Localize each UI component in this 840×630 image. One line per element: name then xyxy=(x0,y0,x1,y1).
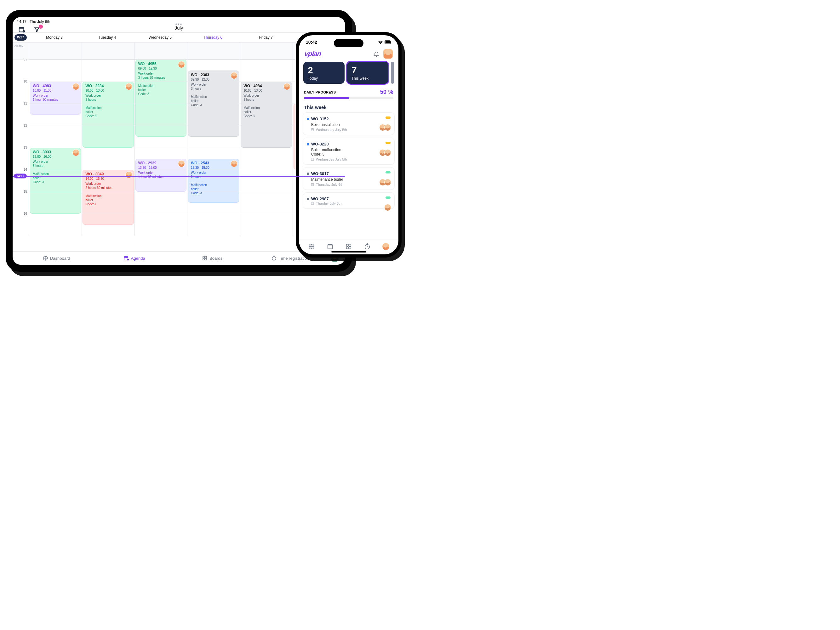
work-order-card[interactable]: WO-3220Boiler malfunctionCode: 3Wednesda… xyxy=(303,138,395,165)
assignee-avatar xyxy=(73,83,79,90)
priority-pill xyxy=(385,142,390,144)
grid-icon xyxy=(202,255,208,261)
calendar-event[interactable]: WO - 495509:00 - 12:30Work order3 hours … xyxy=(136,60,186,137)
stat-card[interactable]: 7This week xyxy=(347,62,388,84)
svg-rect-18 xyxy=(328,245,332,249)
month-header: ••• July xyxy=(13,25,345,32)
calendar-event[interactable]: WO - 254313:30 - 15:30Work order2 hours … xyxy=(188,159,239,203)
calendar-event[interactable]: WO - 223410:00 - 13:00Work order3 hours … xyxy=(82,82,134,148)
nav-globe[interactable] xyxy=(308,243,315,250)
allday-label: All day xyxy=(13,43,29,59)
tablet-clock: 14:17 xyxy=(17,19,27,24)
assignee-avatar xyxy=(283,83,291,90)
assignee-avatar xyxy=(231,160,237,167)
section-title: This week xyxy=(299,101,398,112)
svg-rect-6 xyxy=(205,256,207,258)
stat-card[interactable]: 2Today xyxy=(303,62,344,84)
assignee-avatar xyxy=(384,124,391,131)
assignee-avatar xyxy=(231,72,237,79)
nav-grid[interactable]: Boards xyxy=(175,255,250,261)
phone-screen: 10:42 vplan 2Today7This week DAILY PROGR… xyxy=(299,35,398,254)
svg-rect-22 xyxy=(349,247,351,249)
calendar-event[interactable]: WO - 498310:00 - 11:30Work order1 hour 3… xyxy=(30,82,81,115)
assignee-avatar xyxy=(125,83,132,90)
assignee-avatar xyxy=(384,204,391,211)
phone-user-avatar[interactable] xyxy=(383,49,393,58)
nav-globe[interactable]: Dashboard xyxy=(19,255,94,261)
daily-progress-section: DAILY PROGRESS 50 % xyxy=(299,84,398,101)
svg-rect-16 xyxy=(311,202,314,205)
priority-pill xyxy=(385,171,390,173)
stopwatch-icon xyxy=(271,255,277,261)
allday-row: All day xyxy=(13,43,345,60)
nav-calendar[interactable]: Agenda xyxy=(97,255,172,261)
svg-rect-8 xyxy=(205,258,207,260)
hour-label: 11 xyxy=(13,102,29,124)
battery-icon xyxy=(385,40,392,44)
hour-label: 14 xyxy=(13,168,29,190)
priority-pill xyxy=(385,117,390,119)
wifi-icon xyxy=(378,40,383,44)
svg-rect-11 xyxy=(385,41,390,43)
calendar-event[interactable]: WO - 304914:00 - 16:30Work order2 hours … xyxy=(82,170,134,225)
stat-cards-row: 2Today7This week xyxy=(299,62,398,84)
calendar-icon xyxy=(311,183,314,186)
calendar-event[interactable]: WO - 498410:00 - 13:00Work order3 hours … xyxy=(241,82,292,148)
phone-frame: 10:42 vplan 2Today7This week DAILY PROGR… xyxy=(296,32,401,258)
now-indicator-pill: 14:17 xyxy=(14,173,27,178)
day-header[interactable]: Monday 3 xyxy=(28,33,81,42)
stat-card-peek[interactable] xyxy=(391,62,394,84)
phone-header: vplan xyxy=(299,47,398,62)
svg-rect-13 xyxy=(311,129,314,131)
hour-label: 12 xyxy=(13,124,29,146)
work-order-card[interactable]: WO-2987Thurday July 6th xyxy=(303,192,395,209)
week-number-pill: W27 xyxy=(14,34,27,41)
calendar-event[interactable]: WO - 293913:30 - 15:00Work order1 hour 3… xyxy=(136,159,186,192)
drag-handle-icon[interactable]: ••• xyxy=(175,21,183,27)
svg-rect-15 xyxy=(311,184,314,186)
svg-rect-20 xyxy=(349,244,351,246)
assignee-avatar xyxy=(384,179,391,186)
assignee-avatar xyxy=(125,171,132,178)
nav-stopwatch[interactable] xyxy=(364,243,371,250)
home-indicator xyxy=(332,251,366,252)
hour-label: 10 xyxy=(13,80,29,102)
day-header[interactable]: Friday 7 xyxy=(239,33,292,42)
work-order-card[interactable]: WO-3017Maintenance boilerThursday July 6… xyxy=(303,167,395,190)
svg-rect-21 xyxy=(346,247,348,249)
day-header[interactable]: Thursday 6 xyxy=(186,33,239,42)
nav-calendar[interactable] xyxy=(327,243,333,250)
status-dot xyxy=(307,118,309,120)
status-dot xyxy=(307,173,309,175)
calendar-icon xyxy=(311,128,314,132)
calendar-event[interactable]: WO - 393313:00 - 16:00Work order3 hours … xyxy=(30,148,81,214)
progress-label: DAILY PROGRESS xyxy=(304,90,336,94)
assignee-avatar xyxy=(384,149,391,156)
calendar-icon xyxy=(311,158,314,161)
globe-icon xyxy=(43,255,48,261)
bell-icon[interactable] xyxy=(373,51,379,57)
day-header[interactable]: Wednesday 5 xyxy=(134,33,186,42)
status-dot xyxy=(307,198,309,200)
day-header[interactable]: Tuesday 4 xyxy=(81,33,134,42)
tablet-screen: 14:17 Thu July 6th 1 ••• July W27 Monday… xyxy=(13,17,345,265)
nav-boards[interactable] xyxy=(345,243,352,250)
hour-label: 09 xyxy=(13,60,29,80)
now-indicator-line xyxy=(13,176,345,176)
status-dot xyxy=(307,143,309,145)
nav-avatar[interactable] xyxy=(382,243,389,250)
app-logo: vplan xyxy=(305,50,321,58)
svg-rect-12 xyxy=(390,42,391,43)
week-header: W27 Monday 3Tuesday 4Wednesday 5Thursday… xyxy=(13,32,345,43)
progress-bar xyxy=(304,97,393,99)
progress-percent: 50 % xyxy=(380,89,393,95)
svg-rect-5 xyxy=(203,256,204,258)
svg-rect-19 xyxy=(346,244,348,246)
work-order-card[interactable]: WO-3152Boiler installationWednesday July… xyxy=(303,112,395,135)
calendar-icon xyxy=(123,255,129,261)
tablet-date: Thu July 6th xyxy=(30,19,50,24)
calendar-grid[interactable]: 0910111213141516 WO - 498310:00 - 11:30W… xyxy=(13,60,345,251)
hour-label: 13 xyxy=(13,146,29,168)
priority-pill xyxy=(385,197,390,198)
svg-rect-7 xyxy=(203,258,204,260)
